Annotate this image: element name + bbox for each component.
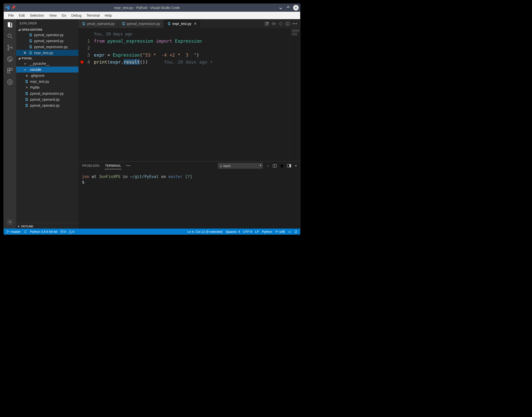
svg-point-19 bbox=[7, 230, 8, 231]
panel: PROBLEMS TERMINAL ••• ＋ ︿ ✕ bbox=[78, 161, 300, 229]
term-branch: master bbox=[168, 174, 183, 179]
panel-move-icon[interactable] bbox=[287, 164, 291, 168]
revision-nav-icon[interactable] bbox=[278, 21, 283, 26]
more-icon[interactable]: ••• bbox=[292, 22, 298, 26]
status-feedback-icon[interactable]: ☺ bbox=[288, 230, 291, 234]
close-tab-icon[interactable]: ✕ bbox=[194, 22, 197, 26]
python-file-icon bbox=[29, 45, 33, 49]
menu-go[interactable]: Go bbox=[59, 12, 69, 18]
chevron-right-icon: ▸ bbox=[25, 68, 28, 71]
python-file-icon bbox=[122, 22, 125, 25]
status-bell-icon[interactable] bbox=[294, 230, 298, 233]
svg-point-3 bbox=[11, 47, 12, 48]
gitlens-icon[interactable] bbox=[6, 79, 13, 85]
panel-overflow-icon[interactable]: ••• bbox=[126, 164, 131, 167]
term-prompt: $ bbox=[82, 180, 84, 184]
maximize-button[interactable] bbox=[286, 5, 291, 10]
terminal-body[interactable]: jon at JonFinXPS in ~/git/PyEval on mast… bbox=[78, 170, 300, 229]
tab-bar: yeval_operand.pypyeval_expression.pyexpr… bbox=[78, 19, 300, 28]
blame-annotation: You, 20 days ago • bbox=[148, 59, 213, 65]
status-language[interactable]: Python bbox=[262, 230, 272, 234]
status-eol[interactable]: LF bbox=[255, 230, 259, 234]
status-branch[interactable]: master bbox=[6, 230, 21, 234]
python-file-icon bbox=[29, 33, 33, 37]
menu-selection[interactable]: Selection bbox=[27, 12, 47, 18]
gitlens-toggle-icon[interactable] bbox=[271, 21, 276, 26]
panel-tab-problems[interactable]: PROBLEMS bbox=[81, 163, 100, 169]
editor: yeval_operand.pypyeval_expression.pyexpr… bbox=[78, 19, 300, 161]
pin-icon[interactable]: 📌 bbox=[11, 5, 16, 10]
file-item[interactable]: expr_test.py bbox=[16, 79, 78, 84]
diff-icon[interactable] bbox=[265, 21, 269, 26]
open-editor-item[interactable]: pyeval_operand.py bbox=[16, 38, 78, 44]
panel-close-icon[interactable]: ✕ bbox=[295, 164, 297, 167]
svg-point-0 bbox=[8, 34, 11, 37]
svg-point-13 bbox=[267, 22, 268, 23]
open-editor-item[interactable]: ✕expr_test.py bbox=[16, 50, 78, 56]
menu-view[interactable]: View bbox=[47, 12, 59, 18]
svg-point-21 bbox=[8, 231, 9, 232]
window: 📌 expr_test.py - PyEval - Visual Studio … bbox=[3, 3, 300, 235]
editor-tab[interactable]: expr_test.py✕ bbox=[164, 19, 200, 28]
svg-rect-7 bbox=[7, 71, 10, 73]
activity-bar bbox=[4, 19, 16, 229]
status-off[interactable]: [off] bbox=[275, 230, 285, 234]
open-editor-item[interactable]: pyeval_operator.py bbox=[16, 32, 78, 38]
folder-item[interactable]: ▸__pycache__ bbox=[16, 61, 78, 67]
outline-header[interactable]: ▸ OUTLINE bbox=[16, 223, 78, 229]
kill-terminal-icon[interactable]: ︿ bbox=[280, 164, 284, 168]
status-spaces[interactable]: Spaces: 4 bbox=[226, 230, 240, 234]
chevron-right-icon: ▸ bbox=[25, 62, 28, 65]
editor-tab[interactable]: pyeval_expression.py bbox=[118, 19, 164, 28]
menu-help[interactable]: Help bbox=[102, 12, 114, 18]
codelens-annotation[interactable]: You, 20 days ago bbox=[94, 31, 213, 38]
file-item[interactable]: pyeval_expression.py bbox=[16, 90, 78, 96]
open-editor-item[interactable]: pyeval_expression.py bbox=[16, 44, 78, 50]
svg-point-14 bbox=[273, 23, 274, 24]
terminal-selector[interactable] bbox=[218, 163, 263, 169]
status-cursor[interactable]: Ln 4, Col 12 (9 selected) bbox=[187, 230, 223, 234]
file-item[interactable]: ◆.gitignore bbox=[16, 73, 78, 79]
vscode-icon bbox=[5, 5, 10, 10]
status-encoding[interactable]: UTF-8 bbox=[243, 230, 252, 234]
python-file-icon bbox=[25, 97, 29, 101]
minimize-button[interactable] bbox=[278, 5, 283, 10]
debug-icon[interactable] bbox=[6, 56, 13, 63]
extensions-icon[interactable] bbox=[6, 67, 13, 74]
code-line[interactable]: print(expr.result()) You, 20 days ago • bbox=[94, 59, 213, 66]
split-editor-icon[interactable] bbox=[285, 21, 290, 26]
split-terminal-icon[interactable] bbox=[273, 164, 277, 168]
code-area[interactable]: 1234 You, 20 days agofrom pyeval_express… bbox=[78, 28, 300, 161]
menu-debug[interactable]: Debug bbox=[69, 12, 84, 18]
svg-point-9 bbox=[9, 81, 11, 83]
file-item[interactable]: ≡Pipfile bbox=[16, 84, 78, 90]
menu-edit[interactable]: Edit bbox=[16, 12, 27, 18]
new-terminal-icon[interactable]: ＋ bbox=[266, 164, 269, 168]
python-file-icon bbox=[25, 91, 29, 95]
status-sync-icon[interactable] bbox=[24, 230, 27, 233]
window-title: expr_test.py - PyEval - Visual Studio Co… bbox=[17, 6, 277, 10]
close-editor-icon[interactable]: ✕ bbox=[23, 51, 27, 55]
file-item[interactable]: pyeval_operand.py bbox=[16, 96, 78, 102]
menu-file[interactable]: File bbox=[6, 12, 16, 18]
code-line[interactable]: from pyeval_expression import Expression bbox=[94, 38, 213, 45]
status-problems[interactable]: 0 0 bbox=[60, 230, 74, 234]
close-button[interactable]: ✕ bbox=[293, 5, 299, 10]
folder-item[interactable]: ▸.vscode bbox=[16, 67, 78, 73]
editor-tab[interactable]: yeval_operand.py bbox=[78, 19, 118, 28]
explorer-icon[interactable] bbox=[6, 21, 13, 28]
panel-tab-terminal[interactable]: TERMINAL bbox=[105, 163, 122, 169]
code-line[interactable]: expr = Expression("53 * -4 +2 * 3 ") bbox=[94, 52, 213, 59]
minimap[interactable] bbox=[290, 28, 300, 161]
search-icon[interactable] bbox=[6, 33, 13, 40]
status-python[interactable]: Python 3.6.6 64-bit bbox=[30, 230, 57, 234]
code-line[interactable] bbox=[94, 45, 213, 52]
source-control-icon[interactable] bbox=[6, 44, 13, 51]
titlebar: 📌 expr_test.py - PyEval - Visual Studio … bbox=[4, 4, 300, 12]
open-editors-header[interactable]: ◢ OPEN EDITORS bbox=[16, 27, 78, 32]
settings-icon[interactable] bbox=[6, 219, 13, 226]
menu-terminal[interactable]: Terminal bbox=[84, 12, 102, 18]
svg-rect-5 bbox=[7, 68, 10, 70]
file-item[interactable]: pyeval_operator.py bbox=[16, 102, 78, 108]
project-header[interactable]: ◢ PYEVAL bbox=[16, 56, 78, 61]
